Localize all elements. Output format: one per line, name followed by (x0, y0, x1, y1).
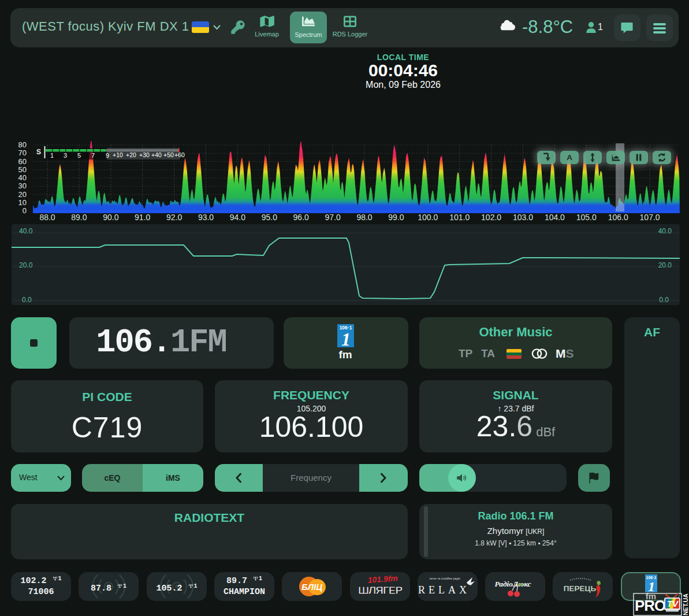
svg-text:RELAX: RELAX (418, 584, 470, 596)
svg-text:+40: +40 (151, 151, 162, 158)
svg-text:9: 9 (106, 152, 109, 159)
svg-text:20: 20 (18, 190, 27, 199)
svg-text:БЛІЦ: БЛІЦ (301, 582, 322, 592)
svg-text:PRO: PRO (635, 597, 666, 614)
svg-text:+60: +60 (174, 151, 185, 158)
svg-text:10: 10 (18, 198, 27, 207)
svg-text:60: 60 (18, 157, 27, 166)
svg-text:РадіоЛюкс: РадіоЛюкс (494, 580, 531, 588)
svg-text:20.0: 20.0 (658, 261, 672, 269)
svg-text:+50: +50 (163, 151, 174, 158)
svg-text:1: 1 (341, 329, 351, 350)
svg-text:1: 1 (50, 152, 54, 159)
svg-text:40.0: 40.0 (658, 227, 672, 235)
svg-text:50: 50 (18, 165, 27, 174)
svg-text:80: 80 (18, 140, 27, 149)
svg-text:0: 0 (23, 206, 27, 215)
svg-text:30: 30 (18, 181, 27, 190)
svg-text:0.0: 0.0 (22, 296, 32, 304)
svg-text:NET.UA: NET.UA (682, 593, 689, 615)
svg-text:5: 5 (77, 152, 81, 159)
svg-text:3: 3 (64, 152, 67, 159)
svg-text:+30: +30 (139, 151, 150, 158)
svg-text:ШЛЯГЕР: ШЛЯГЕР (358, 584, 403, 596)
svg-text:40: 40 (18, 173, 27, 182)
svg-text:TV: TV (667, 599, 679, 608)
svg-text:+20: +20 (126, 151, 136, 158)
svg-text:0.0: 0.0 (659, 296, 669, 304)
svg-text:легке та спокійне радіо: легке та спокійне радіо (429, 577, 460, 580)
svg-text:S: S (36, 148, 41, 156)
svg-text:ПЕРЕЦЬ: ПЕРЕЦЬ (564, 584, 597, 593)
svg-text:70: 70 (18, 149, 27, 157)
svg-text:7: 7 (91, 152, 95, 159)
svg-text:20.0: 20.0 (19, 261, 33, 269)
svg-text:A: A (567, 153, 572, 162)
svg-text:101.9fm: 101.9fm (367, 573, 398, 585)
svg-text:+10: +10 (113, 151, 123, 158)
svg-text:fm: fm (338, 348, 352, 361)
svg-text:40.0: 40.0 (19, 227, 33, 235)
